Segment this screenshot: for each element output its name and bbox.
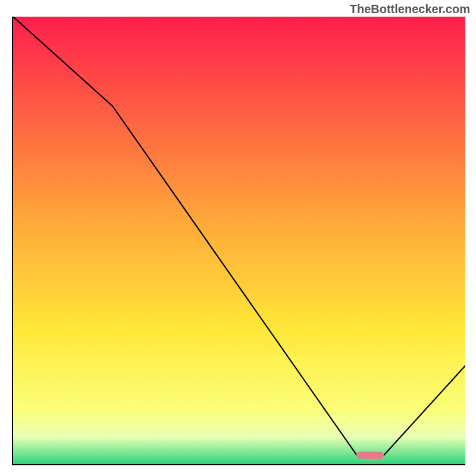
chart-plot-area	[12, 17, 465, 465]
curve-line	[13, 17, 465, 464]
watermark-text: TheBottlenecker.com	[350, 2, 470, 16]
optimal-marker	[356, 452, 384, 459]
